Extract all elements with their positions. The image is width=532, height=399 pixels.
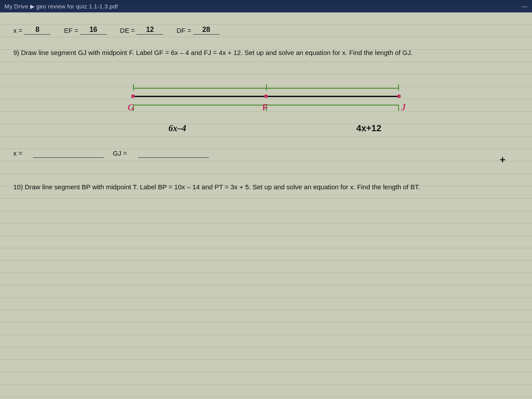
problem-9-text: 9) Draw line segment GJ with midpoint F.… (13, 48, 519, 58)
title-bar-text: My Drive ▶ geo review for quiz 1.1-1.3.p… (4, 3, 118, 10)
point-j-dot (397, 94, 401, 98)
eq-left-label: 6x–4 (168, 123, 186, 133)
tick-right-bottom (398, 105, 399, 111)
eq-right-label: 4x+12 (356, 123, 381, 133)
worksheet: x = 8 EF = 16 DE = 12 DF = 28 9) Draw li… (0, 12, 532, 399)
x-answer-blank[interactable] (33, 149, 104, 158)
answer-row-wrapper: x = GJ = + (13, 149, 519, 171)
gj-label: GJ = (113, 149, 127, 157)
x-value: 8 (24, 26, 51, 35)
problem-9-answers: x = GJ = (13, 149, 209, 158)
df-value: 28 (193, 26, 219, 35)
point-j-label: J (401, 102, 406, 113)
ef-value: 16 (80, 26, 107, 35)
title-bar: My Drive ▶ geo review for quiz 1.1-1.3.p… (0, 0, 532, 12)
point-f-dot (264, 94, 268, 98)
tick-mid-top (266, 84, 267, 90)
x-equals-label: x = (13, 27, 22, 34)
tick-right-top (398, 84, 399, 90)
x-ans-label: x = (13, 149, 22, 157)
problem-10-text: 10) Draw line segment BP with midpoint T… (13, 182, 519, 192)
point-g-dot (131, 94, 135, 98)
ef-label: EF = (64, 27, 78, 34)
point-f-label: F (262, 102, 268, 113)
minimize-button[interactable]: — (521, 3, 528, 10)
point-g-label: G (128, 102, 134, 113)
tick-left-top (133, 84, 134, 90)
plus-icon[interactable]: + (500, 154, 505, 166)
gj-answer-blank[interactable] (138, 149, 209, 158)
df-label: DF = (176, 27, 191, 34)
problem-8-row: x = 8 EF = 16 DE = 12 DF = 28 (13, 26, 519, 35)
line-segment-diagram: G F J 6x–4 4x+12 (115, 65, 417, 140)
de-value: 12 (137, 26, 163, 35)
de-label: DE = (120, 27, 135, 34)
